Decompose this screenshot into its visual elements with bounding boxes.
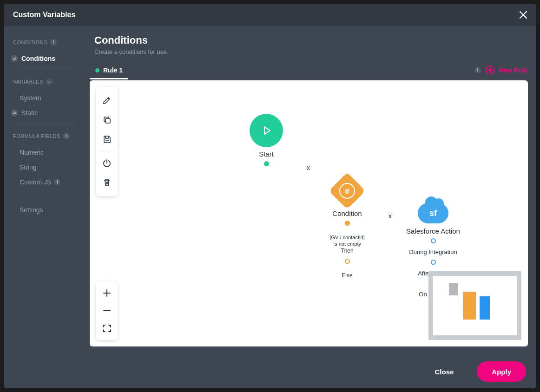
edge-delete-icon[interactable]: x [306, 164, 311, 171]
sf-token: sf [429, 209, 437, 218]
sidebar-section-formula: FORMULA FIELDS i Numeric String Custom J… [10, 132, 74, 189]
sidebar: CONDITIONS i Conditions VARIABLES i S [4, 26, 81, 355]
info-icon[interactable]: i [50, 39, 57, 46]
sidebar-section-label: VARIABLES i [10, 78, 74, 91]
sidebar-item-string[interactable]: String [10, 160, 74, 175]
port-out-icon[interactable] [264, 161, 269, 166]
sidebar-section-text: CONDITIONS [13, 39, 47, 45]
condition-gv: [GV / contactid] [319, 234, 375, 241]
power-button[interactable] [99, 153, 115, 173]
close-button[interactable]: Close [420, 361, 468, 382]
port-icon[interactable] [431, 238, 436, 243]
modal-title: Custom Variables [13, 11, 75, 19]
sidebar-item-numeric[interactable]: Numeric [10, 145, 74, 160]
condition-then: Then [319, 248, 375, 255]
sidebar-item-system[interactable]: System [10, 91, 74, 105]
divider [19, 69, 74, 69]
duplicate-button[interactable] [99, 110, 115, 130]
divider [19, 123, 74, 124]
new-rule-button[interactable]: New Rule [486, 65, 528, 75]
sidebar-section-text: FORMULA FIELDS [13, 133, 60, 139]
tab-label: Rule 1 [103, 66, 123, 74]
info-icon[interactable]: i [63, 133, 70, 139]
edge-delete-icon[interactable]: x [388, 212, 393, 220]
info-icon[interactable]: i [54, 179, 60, 185]
divider [99, 151, 115, 151]
canvas-wrap: x x Start If [81, 80, 536, 355]
node-label: Salesforce Action [399, 227, 468, 235]
save-button[interactable] [99, 130, 115, 149]
sidebar-section-variables: VARIABLES i System Static [10, 78, 74, 124]
main-header: Conditions Create a conditions for use. [81, 26, 536, 60]
edit-button[interactable] [99, 91, 115, 110]
plus-circle-icon [486, 65, 495, 75]
svg-rect-1 [105, 118, 110, 123]
minimap[interactable] [428, 271, 521, 340]
cloud-icon: sf [418, 203, 448, 223]
modal-header: Custom Variables [4, 4, 536, 26]
apply-button[interactable]: Apply [477, 361, 526, 382]
close-icon[interactable] [518, 9, 529, 20]
minimap-node [449, 283, 458, 295]
button-label: Apply [492, 368, 511, 376]
node-label: Start [241, 150, 292, 158]
minimap-node [463, 292, 476, 320]
node-condition[interactable]: If Condition [GV / contactid] Is not emp… [319, 178, 375, 280]
node-start[interactable]: Start [241, 114, 292, 168]
port-icon[interactable] [431, 260, 436, 265]
port-then-icon[interactable] [345, 259, 350, 264]
sidebar-section-conditions: CONDITIONS i Conditions [10, 38, 74, 69]
page-title: Conditions [94, 34, 523, 46]
sidebar-item-static[interactable]: Static [10, 105, 74, 120]
sidebar-item-label: Settings [20, 206, 43, 214]
condition-token: If [339, 183, 355, 199]
sidebar-item-label: String [20, 163, 37, 171]
condition-op: Is not empty [319, 241, 375, 247]
delete-button[interactable] [99, 173, 115, 192]
condition-expression: [GV / contactid] Is not empty Then [319, 234, 375, 255]
tab-rule-1[interactable]: Rule 1 [90, 62, 128, 78]
sidebar-item-conditions[interactable]: Conditions [10, 51, 74, 66]
zoom-in-button[interactable] [99, 284, 115, 302]
status-dot-icon [95, 68, 99, 72]
fit-screen-button[interactable] [99, 320, 115, 337]
sidebar-section-label: CONDITIONS i [10, 38, 74, 51]
rule-tabbar: Rule 1 i New Rule [81, 60, 536, 80]
page-subtitle: Create a conditions for use. [94, 48, 523, 55]
modal-footer: Close Apply [4, 355, 536, 388]
info-icon[interactable]: i [474, 67, 481, 73]
canvas-toolbox [96, 87, 118, 196]
diamond-icon: If [329, 172, 365, 209]
button-label: Close [435, 368, 454, 376]
flow-canvas[interactable]: x x Start If [90, 80, 528, 346]
sf-during-label: During Integration [399, 248, 468, 256]
sidebar-item-label: Static [21, 109, 38, 117]
main-panel: Conditions Create a conditions for use. … [81, 26, 536, 355]
zoom-out-button[interactable] [99, 302, 115, 320]
check-icon [11, 110, 18, 116]
sidebar-item-label: System [20, 94, 41, 102]
sidebar-item-label: Conditions [21, 55, 55, 62]
sidebar-section-label: FORMULA FIELDS i [10, 132, 74, 145]
custom-variables-modal: Custom Variables CONDITIONS i Conditions [4, 4, 536, 388]
info-icon[interactable]: i [46, 78, 53, 85]
new-rule-label: New Rule [499, 66, 528, 74]
sidebar-section-text: VARIABLES [13, 79, 43, 85]
minimap-node [480, 296, 490, 320]
sidebar-item-label: Numeric [20, 149, 44, 156]
minimap-viewport [433, 276, 517, 335]
check-icon [11, 55, 18, 62]
node-label: Condition [319, 209, 375, 217]
sidebar-item-settings[interactable]: Settings [10, 203, 74, 217]
zoom-controls [96, 281, 118, 340]
sidebar-item-label: Custom JS [20, 178, 51, 186]
port-out-icon[interactable] [345, 221, 350, 226]
condition-else: Else [319, 272, 375, 280]
sidebar-item-custom-js[interactable]: Custom JS i [10, 175, 74, 189]
play-icon [250, 114, 283, 147]
modal-body: CONDITIONS i Conditions VARIABLES i S [4, 26, 536, 355]
